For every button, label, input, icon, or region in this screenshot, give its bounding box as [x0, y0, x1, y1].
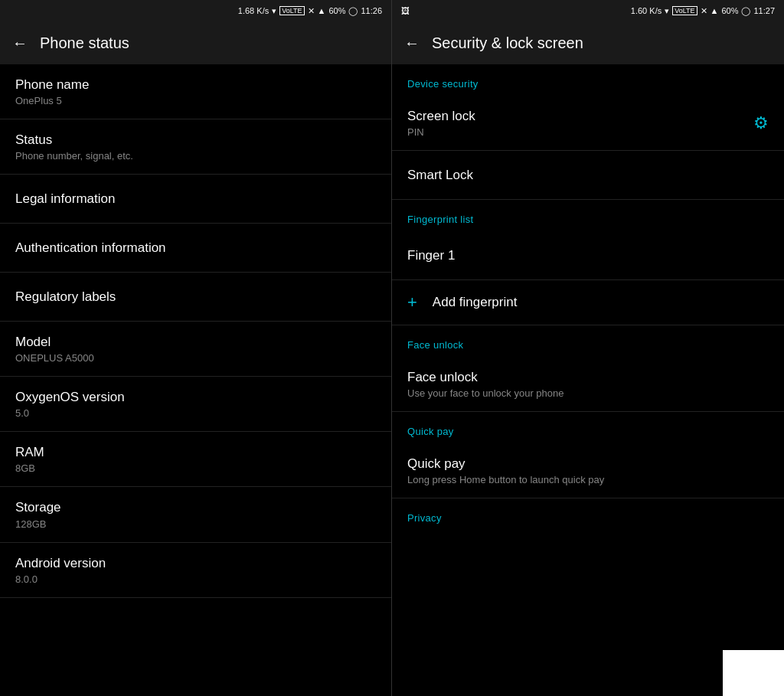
left-item-android-version[interactable]: Android version8.0.0 [0, 543, 391, 598]
left-item-model[interactable]: ModelONEPLUS A5000 [0, 322, 391, 377]
right-back-button[interactable]: ← [404, 34, 420, 52]
setting-title: Phone name [15, 77, 376, 93]
left-item-regulatory-labels[interactable]: Regulatory labels [0, 273, 391, 322]
setting-title: Smart Lock [407, 167, 769, 184]
gear-icon[interactable]: ⚙ [753, 113, 769, 133]
white-square [723, 650, 784, 696]
setting-title: Status [15, 132, 376, 149]
left-item-oxygenos-version[interactable]: OxygenOS version5.0 [0, 377, 391, 432]
setting-title: Quick pay [407, 456, 769, 472]
right-speed: 1.60 K/s [631, 6, 662, 15]
setting-title: Finger 1 [407, 247, 769, 264]
section-header-privacy-section: Privacy [392, 498, 784, 530]
right-panel: 🖼 1.60 K/s ▾ VoLTE ✕ ▲ 60% ◯ 11:27 ← Sec… [392, 0, 784, 696]
left-status-bar: 1.68 K/s ▾ VoLTE ✕ ▲ 60% ◯ 11:26 [0, 0, 391, 21]
section-header-fingerprint-list: Fingerprint list [392, 200, 784, 231]
setting-subtitle: ONEPLUS A5000 [15, 352, 376, 364]
plus-icon: + [407, 292, 417, 312]
setting-subtitle: 5.0 [15, 407, 376, 419]
right-signal-bars: ▲ [710, 6, 719, 15]
right-top-bar: ← Security & lock screen [392, 21, 784, 64]
setting-title: Screen lock [407, 108, 475, 125]
left-item-phone-name[interactable]: Phone nameOnePlus 5 [0, 64, 391, 119]
setting-subtitle: 8.0.0 [15, 573, 376, 585]
left-item-status[interactable]: StatusPhone number, signal, etc. [0, 119, 391, 175]
right-signal-icon: ✕ [701, 6, 707, 16]
left-item-ram[interactable]: RAM8GB [0, 432, 391, 487]
setting-subtitle: Long press Home button to launch quick p… [407, 474, 769, 485]
setting-subtitle: PIN [407, 126, 475, 138]
right-panel-wrapper: 🖼 1.60 K/s ▾ VoLTE ✕ ▲ 60% ◯ 11:27 ← Sec… [392, 0, 784, 696]
left-top-bar: ← Phone status [0, 21, 391, 64]
setting-title: Storage [15, 499, 376, 516]
left-item-legal-information[interactable]: Legal information [0, 175, 391, 224]
right-item-face-unlock[interactable]: Face unlockUse your face to unlock your … [392, 357, 784, 412]
left-panel: 1.68 K/s ▾ VoLTE ✕ ▲ 60% ◯ 11:26 ← Phone… [0, 0, 392, 696]
left-volte-badge: VoLTE [279, 6, 304, 15]
left-signal-icon: ✕ [308, 6, 315, 16]
left-speed: 1.68 K/s [238, 6, 269, 15]
right-item-finger-1[interactable]: Finger 1 [392, 231, 784, 280]
left-battery-icon: ◯ [348, 6, 358, 16]
left-time: 11:26 [361, 6, 382, 15]
right-item-quick-pay[interactable]: Quick payLong press Home button to launc… [392, 443, 784, 498]
right-status-bar: 🖼 1.60 K/s ▾ VoLTE ✕ ▲ 60% ◯ 11:27 [392, 0, 784, 21]
section-header-face-unlock-section: Face unlock [392, 325, 784, 357]
add-fp-label: Add fingerprint [433, 295, 518, 310]
setting-title: Legal information [15, 191, 376, 207]
left-battery: 60% [328, 6, 345, 15]
setting-title: Model [15, 334, 376, 351]
right-battery-icon: ◯ [741, 6, 750, 16]
right-battery: 60% [721, 6, 738, 15]
left-content: Phone nameOnePlus 5StatusPhone number, s… [0, 64, 391, 696]
right-item-add-fingerprint[interactable]: +Add fingerprint [392, 280, 784, 325]
right-content: Device securityScreen lockPIN⚙Smart Lock… [392, 64, 784, 696]
setting-subtitle: 8GB [15, 462, 376, 474]
text-col: Screen lockPIN [407, 108, 475, 138]
right-wifi-icon: ▾ [665, 6, 669, 16]
setting-title: Regulatory labels [15, 289, 376, 306]
setting-title: Authentication information [15, 240, 376, 257]
left-back-button[interactable]: ← [12, 34, 28, 52]
setting-title: Android version [15, 555, 376, 572]
setting-title: RAM [15, 444, 376, 461]
left-signal-bars: ▲ [318, 6, 326, 15]
left-item-storage[interactable]: Storage128GB [0, 487, 391, 542]
left-page-title: Phone status [40, 34, 129, 52]
setting-subtitle: OnePlus 5 [15, 95, 376, 106]
right-volte-badge: VoLTE [672, 6, 697, 15]
right-item-smart-lock[interactable]: Smart Lock [392, 151, 784, 200]
setting-subtitle: 128GB [15, 518, 376, 530]
section-header-device-security: Device security [392, 64, 784, 96]
section-header-quick-pay-section: Quick pay [392, 412, 784, 443]
right-page-title: Security & lock screen [432, 34, 583, 52]
left-item-authentication-information[interactable]: Authentication information [0, 224, 391, 273]
right-image-icon: 🖼 [401, 6, 410, 15]
setting-title: Face unlock [407, 369, 769, 386]
setting-subtitle: Use your face to unlock your phone [407, 387, 769, 399]
right-item-screen-lock[interactable]: Screen lockPIN⚙ [392, 96, 784, 151]
setting-title: OxygenOS version [15, 389, 376, 406]
left-wifi-icon: ▾ [272, 6, 276, 16]
right-time: 11:27 [753, 6, 775, 15]
setting-subtitle: Phone number, signal, etc. [15, 150, 376, 162]
